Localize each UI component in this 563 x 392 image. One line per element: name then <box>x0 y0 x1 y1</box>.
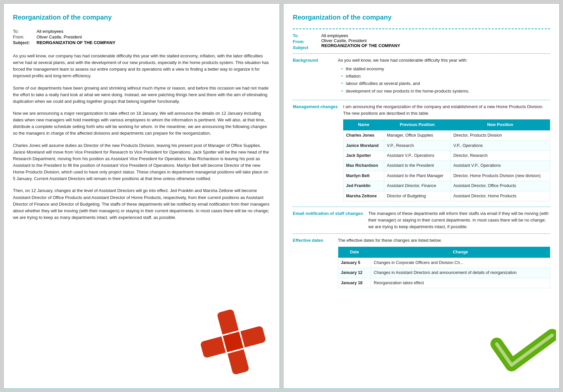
background-divider <box>293 100 550 100</box>
management-label: Management changes <box>293 103 338 203</box>
left-paragraph: Charles Jones will assume duties as Dire… <box>13 142 270 182</box>
table-row: Marsha ZettoneDirector of BudgetingAssis… <box>343 191 550 201</box>
background-label: Background <box>293 57 333 97</box>
management-content: I am announcing the reorganization of th… <box>343 103 550 203</box>
right-to-label: To <box>293 33 316 38</box>
background-section: Background As you well know, we have had… <box>293 57 550 97</box>
table-row: Jed FranklinAssistant Director, FinanceA… <box>343 181 550 191</box>
bullet-item: development of our new products in the h… <box>341 88 550 95</box>
background-bullets: the stalled economyinflationlabour diffi… <box>338 66 550 95</box>
from-label: From: <box>13 34 36 40</box>
email-divider <box>293 233 550 234</box>
background-intro: As you well know, we have had considerab… <box>338 58 468 63</box>
email-section: Email notification of staff changes The … <box>293 210 550 230</box>
right-title: Reorganization of the company <box>293 14 550 21</box>
right-header-values: All employees Oliver Castle, President R… <box>321 33 400 50</box>
eff-col-change: Change <box>371 247 550 258</box>
effective-section: Effective dates The effective dates for … <box>293 237 550 290</box>
table-row: January 18Reorganization takes effect <box>338 278 550 288</box>
management-table-body: Charles JonesManager, Office SuppliesDir… <box>343 131 550 201</box>
email-label: Email notification of staff changes <box>293 210 363 230</box>
table-row: Charles JonesManager, Office SuppliesDir… <box>343 131 550 141</box>
subject-label: Subject: <box>13 40 36 45</box>
from-value: Oliver Castle, President <box>36 34 115 40</box>
bullet-item: the stalled economy <box>341 66 550 72</box>
effective-table: Date Change January 5Changes in Corporat… <box>338 247 550 289</box>
management-section: Management changes I am announcing the r… <box>293 103 550 203</box>
management-intro: I am announcing the reorganization of th… <box>343 103 550 117</box>
table-row: Marilyn BeltAssistant to the Plant Manag… <box>343 171 550 181</box>
eff-col-date: Date <box>338 247 371 258</box>
email-content: The managers of these departments will i… <box>368 210 550 230</box>
table-row: Janice MorelandV.P., ResearchV.P., Opera… <box>343 141 550 151</box>
col-name: Name <box>343 119 384 131</box>
left-paragraph: Some of our departments have been growin… <box>13 85 270 105</box>
bullet-item: labour difficulties at several plants, a… <box>341 80 550 87</box>
right-panel: Reorganization of the company To From Su… <box>283 3 560 389</box>
to-label: To: <box>13 29 36 34</box>
left-paragraph: Now we are announcing a major reorganiza… <box>13 110 270 137</box>
right-header-labels: To From Subject <box>293 33 316 50</box>
management-table: Name Previous Position New Position Char… <box>343 119 550 201</box>
table-row: Jack SpotterAssistant V.P., OperationsDi… <box>343 151 550 161</box>
background-content: As you well know, we have had considerab… <box>338 57 550 97</box>
right-to-value: All employees <box>321 33 400 38</box>
table-row: January 5Changes in Corporate Officers a… <box>338 258 550 268</box>
table-row: January 12Changes in Assistant Directors… <box>338 268 550 278</box>
left-panel: Reorganization of the company To: All em… <box>3 3 280 389</box>
left-body: As you well know, our company has had co… <box>13 53 270 221</box>
effective-table-body: January 5Changes in Corporate Officers a… <box>338 258 550 288</box>
effective-content: The effective dates for these changes ar… <box>338 237 550 290</box>
to-value: All employees <box>36 29 115 34</box>
subject-value: REORGANIZATION OF THE COMPANY <box>36 40 115 45</box>
header-divider <box>293 53 550 54</box>
right-from-value: Oliver Castle, President <box>321 38 400 43</box>
right-subject-value: REORGANIZATION OF THE COMPANY <box>321 43 400 48</box>
left-paragraph: As you well know, our company has had co… <box>13 53 270 80</box>
left-title: Reorganization of the company <box>13 14 270 21</box>
effective-intro: The effective dates for these changes ar… <box>338 237 550 244</box>
top-divider <box>293 29 550 29</box>
right-subject-label: Subject <box>293 45 316 50</box>
left-header: To: All employees From: Oliver Castle, P… <box>13 29 270 45</box>
red-x-overlay <box>197 305 270 378</box>
right-from-label: From <box>293 39 316 44</box>
left-paragraph: Then, on 12 January, changes at the leve… <box>13 187 270 221</box>
management-divider <box>293 207 550 207</box>
green-check-overlay <box>490 315 556 382</box>
table-row: Max RichardsonAssistant to the President… <box>343 161 550 171</box>
effective-label: Effective dates <box>293 237 333 290</box>
col-new: New Position <box>451 119 550 131</box>
right-header-section: To From Subject All employees Oliver Cas… <box>293 33 550 50</box>
col-prev: Previous Position <box>384 119 450 131</box>
bullet-item: inflation <box>341 73 550 80</box>
